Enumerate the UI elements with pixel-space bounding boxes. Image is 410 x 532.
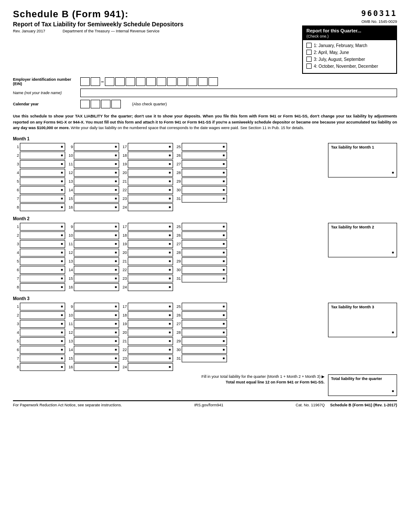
ein-box-8[interactable] [157,77,166,86]
day-input-m1-d4[interactable]: ■ [20,169,65,177]
day-input-m1-d29[interactable]: ■ [182,177,227,185]
ein-box-13[interactable] [208,77,218,86]
cal-box-2[interactable] [91,100,100,108]
day-input-m3-d26[interactable]: ■ [182,311,227,319]
day-input-m3-d17[interactable]: ■ [128,303,173,310]
day-input-m3-d19[interactable]: ■ [128,320,173,328]
day-input-m2-d11[interactable]: ■ [74,240,119,248]
ein-box-12[interactable] [198,77,208,86]
day-input-m2-d25[interactable]: ■ [182,223,227,231]
ein-box-9[interactable] [167,77,177,86]
day-input-m2-d19[interactable]: ■ [128,240,173,248]
ein-box-4[interactable] [115,77,125,86]
day-input-m2-d18[interactable]: ■ [128,231,173,239]
day-input-m1-d26[interactable]: ■ [182,152,227,159]
quarter-option-4[interactable]: 4: October, November, December [306,63,393,69]
day-input-m3-d27[interactable]: ■ [182,320,227,328]
day-input-m2-d8[interactable]: ■ [20,283,65,291]
day-input-m2-d30[interactable]: ■ [182,266,227,274]
day-input-m3-d21[interactable]: ■ [128,337,173,345]
day-input-m2-d17[interactable]: ■ [128,223,173,231]
ein-box-5[interactable] [126,77,135,86]
cal-box-1[interactable] [80,100,90,108]
day-input-m2-d27[interactable]: ■ [182,240,227,248]
day-input-m3-d2[interactable]: ■ [20,311,65,319]
day-input-m1-d7[interactable]: ■ [20,195,65,203]
ein-box-7[interactable] [146,77,156,86]
day-input-m3-d8[interactable]: ■ [20,363,65,371]
day-input-m3-d15[interactable]: ■ [74,355,119,362]
day-input-m1-d25[interactable]: ■ [182,143,227,151]
day-input-m2-d20[interactable]: ■ [128,249,173,256]
day-input-m1-d12[interactable]: ■ [74,169,119,177]
day-input-m1-d9[interactable]: ■ [74,143,119,151]
day-input-m3-d14[interactable]: ■ [74,346,119,354]
day-input-m1-d31[interactable]: ■ [182,195,227,203]
day-input-m3-d22[interactable]: ■ [128,346,173,354]
day-input-m3-d3[interactable]: ■ [20,320,65,328]
day-input-m2-d2[interactable]: ■ [20,231,65,239]
day-input-m3-d11[interactable]: ■ [74,320,119,328]
day-input-m1-d13[interactable]: ■ [74,177,119,185]
day-input-m2-d14[interactable]: ■ [74,266,119,274]
ein-box-11[interactable] [188,77,197,86]
day-input-m3-d4[interactable]: ■ [20,329,65,336]
day-input-m3-d13[interactable]: ■ [74,337,119,345]
day-input-m3-d7[interactable]: ■ [20,355,65,362]
day-input-m1-d2[interactable]: ■ [20,152,65,159]
day-input-m2-d22[interactable]: ■ [128,266,173,274]
day-input-m1-d20[interactable]: ■ [128,169,173,177]
ein-box-3[interactable] [105,77,114,86]
day-input-m2-d7[interactable]: ■ [20,275,65,282]
day-input-m2-d26[interactable]: ■ [182,231,227,239]
day-input-m3-d10[interactable]: ■ [74,311,119,319]
day-input-m3-d1[interactable]: ■ [20,303,65,310]
day-input-m2-d15[interactable]: ■ [74,275,119,282]
day-input-m1-d8[interactable]: ■ [20,203,65,211]
day-input-m1-d11[interactable]: ■ [74,160,119,168]
day-input-m2-d21[interactable]: ■ [128,257,173,265]
ein-box-10[interactable] [177,77,187,86]
day-input-m1-d22[interactable]: ■ [128,186,173,194]
quarter-option-3[interactable]: 3: July, August, September [306,57,393,62]
day-input-m2-d31[interactable]: ■ [182,275,227,282]
day-input-m3-d6[interactable]: ■ [20,346,65,354]
day-input-m2-d13[interactable]: ■ [74,257,119,265]
day-input-m2-d5[interactable]: ■ [20,257,65,265]
day-input-m2-d28[interactable]: ■ [182,249,227,256]
quarter-checkbox-2[interactable] [306,50,312,55]
day-input-m1-d6[interactable]: ■ [20,186,65,194]
day-input-m1-d15[interactable]: ■ [74,195,119,203]
day-input-m1-d16[interactable]: ■ [74,203,119,211]
day-input-m2-d9[interactable]: ■ [74,223,119,231]
day-input-m3-d24[interactable]: ■ [128,363,173,371]
day-input-m3-d5[interactable]: ■ [20,337,65,345]
day-input-m1-d10[interactable]: ■ [74,152,119,159]
day-input-m3-d16[interactable]: ■ [74,363,119,371]
day-input-m3-d28[interactable]: ■ [182,329,227,336]
day-input-m3-d12[interactable]: ■ [74,329,119,336]
day-input-m1-d28[interactable]: ■ [182,169,227,177]
cal-box-4[interactable] [111,100,121,108]
day-input-m1-d27[interactable]: ■ [182,160,227,168]
day-input-m2-d16[interactable]: ■ [74,283,119,291]
ein-box-2[interactable] [91,77,100,86]
day-input-m2-d1[interactable]: ■ [20,223,65,231]
day-input-m2-d23[interactable]: ■ [128,275,173,282]
quarter-option-1[interactable]: 1: January, February, March [306,43,393,48]
day-input-m1-d3[interactable]: ■ [20,160,65,168]
day-input-m2-d6[interactable]: ■ [20,266,65,274]
quarter-checkbox-1[interactable] [306,43,312,48]
day-input-m2-d10[interactable]: ■ [74,231,119,239]
day-input-m3-d25[interactable]: ■ [182,303,227,310]
day-input-m1-d19[interactable]: ■ [128,160,173,168]
day-input-m3-d31[interactable]: ■ [182,355,227,362]
day-input-m2-d4[interactable]: ■ [20,249,65,256]
day-input-m1-d23[interactable]: ■ [128,195,173,203]
day-input-m3-d29[interactable]: ■ [182,337,227,345]
day-input-m2-d29[interactable]: ■ [182,257,227,265]
day-input-m3-d18[interactable]: ■ [128,311,173,319]
day-input-m2-d24[interactable]: ■ [128,283,173,291]
day-input-m3-d9[interactable]: ■ [74,303,119,310]
day-input-m1-d14[interactable]: ■ [74,186,119,194]
